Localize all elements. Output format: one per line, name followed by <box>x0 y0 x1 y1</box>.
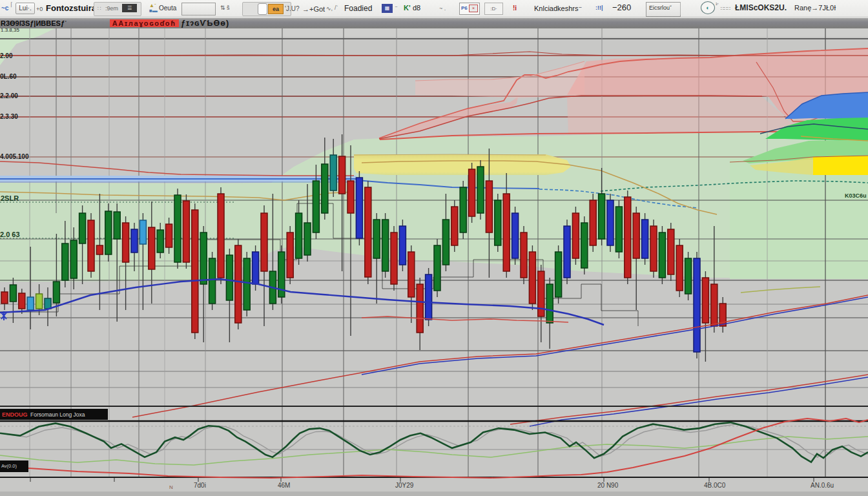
svg-text:J0Y29: J0Y29 <box>395 482 414 489</box>
svg-text:ENDOUG: ENDOUG <box>2 411 28 418</box>
svg-text:4.005.100: 4.005.100 <box>0 153 29 160</box>
svg-text:2SLR: 2SLR <box>1 194 19 202</box>
svg-text:AN.0.6u: AN.0.6u <box>811 482 834 489</box>
svg-text:0L.60: 0L.60 <box>0 73 17 80</box>
svg-text:2.2.00: 2.2.00 <box>0 92 18 99</box>
svg-text:K03C6u: K03C6u <box>845 192 867 199</box>
svg-text:Av(0.0): Av(0.0) <box>1 463 17 469</box>
svg-text:Forsomaun Long Joxa: Forsomaun Long Joxa <box>30 411 85 418</box>
svg-text:4B.0C0: 4B.0C0 <box>704 482 726 489</box>
svg-text:7d0i: 7d0i <box>194 482 206 489</box>
svg-text:2.0 63: 2.0 63 <box>0 231 20 238</box>
svg-text:N: N <box>169 484 173 490</box>
svg-text:46M: 46M <box>278 482 290 489</box>
svg-text:2.00: 2.00 <box>0 52 13 59</box>
svg-text:2.3.30: 2.3.30 <box>0 113 18 120</box>
svg-text:20 N90: 20 N90 <box>597 482 619 489</box>
